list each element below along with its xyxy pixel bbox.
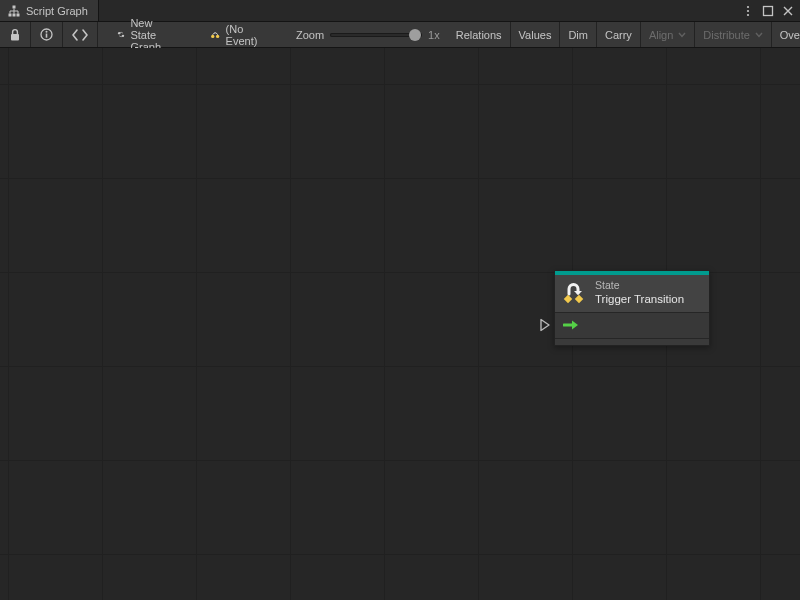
- carry-toggle[interactable]: Carry: [597, 22, 641, 47]
- relations-toggle[interactable]: Relations: [448, 22, 511, 47]
- node-header[interactable]: State Trigger Transition: [555, 275, 709, 313]
- svg-point-15: [216, 34, 219, 37]
- zoom-slider[interactable]: [330, 33, 422, 37]
- code-icon: [72, 29, 88, 41]
- zoom-control: Zoom 1x: [288, 22, 448, 47]
- node-category: State: [595, 279, 684, 292]
- dim-toggle[interactable]: Dim: [560, 22, 597, 47]
- align-dropdown[interactable]: Align: [641, 22, 695, 47]
- svg-rect-1: [9, 13, 12, 16]
- lock-button[interactable]: [0, 22, 31, 47]
- svg-rect-8: [11, 34, 19, 41]
- svg-rect-7: [764, 6, 773, 15]
- kebab-menu-icon[interactable]: [742, 5, 754, 17]
- svg-rect-16: [564, 295, 572, 303]
- svg-point-5: [747, 9, 749, 11]
- lock-icon: [9, 28, 21, 42]
- code-button[interactable]: [63, 22, 98, 47]
- distribute-dropdown[interactable]: Distribute: [695, 22, 771, 47]
- node-title: Trigger Transition: [595, 292, 684, 306]
- svg-rect-17: [575, 295, 583, 303]
- event-icon: [210, 29, 220, 41]
- values-toggle[interactable]: Values: [511, 22, 561, 47]
- new-state-graph-button[interactable]: New State Graph: [109, 22, 184, 47]
- hierarchy-icon: [8, 5, 20, 17]
- info-button[interactable]: [31, 22, 63, 47]
- zoom-thumb[interactable]: [409, 29, 421, 41]
- svg-point-10: [46, 31, 48, 33]
- svg-point-6: [747, 13, 749, 15]
- maximize-icon[interactable]: [762, 5, 774, 17]
- node-input-row[interactable]: [555, 313, 709, 339]
- close-icon[interactable]: [782, 5, 794, 17]
- toolbar: New State Graph (No Event) Zoom 1x Relat…: [0, 22, 800, 48]
- info-icon: [40, 28, 53, 41]
- event-selector[interactable]: (No Event): [202, 22, 270, 47]
- svg-rect-11: [46, 34, 48, 38]
- state-graph-icon: [117, 28, 125, 41]
- flow-input-port[interactable]: [540, 319, 551, 332]
- node-trigger-transition[interactable]: State Trigger Transition: [554, 270, 710, 346]
- tab-script-graph[interactable]: Script Graph: [0, 0, 99, 21]
- zoom-label: Zoom: [296, 29, 324, 41]
- svg-point-4: [747, 5, 749, 7]
- state-transition-icon: [563, 281, 587, 305]
- overflow-button[interactable]: Ove: [772, 22, 800, 47]
- zoom-value: 1x: [428, 29, 440, 41]
- chevron-down-icon: [678, 32, 686, 38]
- tab-label: Script Graph: [26, 5, 88, 17]
- svg-point-14: [211, 34, 214, 37]
- svg-rect-3: [17, 13, 20, 16]
- svg-rect-0: [13, 5, 16, 8]
- svg-rect-2: [13, 13, 16, 16]
- graph-canvas[interactable]: State Trigger Transition: [0, 48, 800, 600]
- flow-arrow-icon: [563, 319, 579, 331]
- node-footer: [555, 339, 709, 345]
- chevron-down-icon: [755, 32, 763, 38]
- event-label: (No Event): [226, 23, 262, 47]
